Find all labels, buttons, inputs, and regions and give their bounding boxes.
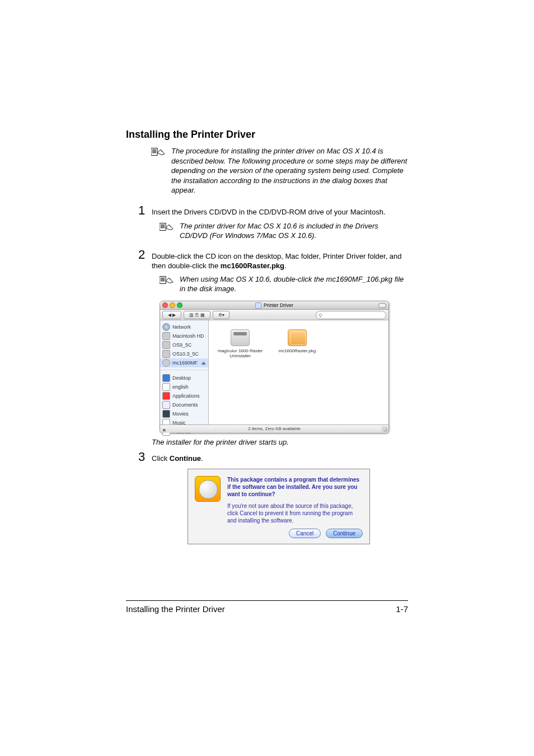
step-number: 3	[138, 450, 152, 464]
divider	[160, 370, 208, 374]
sidebar-item: english	[160, 382, 208, 391]
file-label: magicolor 1600 Raster	[218, 348, 263, 353]
svg-line-17	[169, 278, 171, 280]
dialog-title: This package contains a program that det…	[227, 476, 363, 498]
step-1: 1 Insert the Drivers CD/DVD in the CD/DV…	[138, 203, 408, 218]
step-text: Insert the Drivers CD/DVD in the CD/DVD-…	[152, 203, 386, 217]
svg-line-5	[161, 150, 163, 152]
sidebar-item: Desktop	[160, 374, 208, 382]
finder-content: magicolor 1600 Raster Uninstaller mc1600…	[209, 320, 388, 424]
status-text: 2 items, Zero KB available	[248, 426, 300, 431]
action-menu: ⚙▾	[213, 311, 229, 319]
applications-icon	[162, 392, 170, 400]
caption: The installer for the printer driver sta…	[152, 438, 408, 446]
file-label: mc1600Raster.pkg	[278, 348, 316, 353]
step-number: 1	[138, 203, 152, 218]
sidebar-item: Documents	[160, 400, 208, 409]
file-item: magicolor 1600 Raster Uninstaller	[218, 329, 263, 416]
disk-icon	[162, 350, 170, 358]
note-icon	[160, 276, 174, 287]
sidebar-item: Applications	[160, 391, 208, 400]
disc-icon	[162, 359, 170, 367]
package-name: mc1600Raster.pkg	[221, 262, 284, 270]
text: Click	[152, 454, 170, 463]
dialog-body: If you're not sure about the source of t…	[227, 502, 363, 524]
search-field: Q	[316, 311, 386, 319]
sidebar-item: Network	[160, 323, 208, 332]
zoom-icon	[177, 302, 182, 308]
finder-sidebar: Network Macintosh HD OS9_5C OS10.3_5C mc…	[160, 320, 209, 424]
note-text: When using Mac OS X 10.6, double-click t…	[180, 274, 408, 294]
section-heading: Installing the Printer Driver	[126, 129, 408, 141]
step-2: 2 Double-click the CD icon on the deskto…	[138, 248, 408, 271]
status-bar: ✖ 2 items, Zero KB available	[160, 424, 388, 433]
note-text: The printer driver for Mac OS X 10.6 is …	[180, 221, 408, 241]
button-reference: Continue	[170, 454, 201, 463]
note-block: The printer driver for Mac OS X 10.6 is …	[160, 221, 408, 241]
note-text: The procedure for installing the printer…	[171, 146, 408, 195]
note-icon	[151, 147, 166, 158]
disk-icon	[162, 341, 170, 349]
sidebar-item-selected: mc1690MF⏏	[160, 358, 208, 367]
minimize-icon	[170, 302, 175, 308]
sidebar-item: OS10.3_5C	[160, 349, 208, 358]
uninstaller-icon	[231, 329, 250, 346]
note-icon	[160, 222, 174, 234]
installer-dialog-figure: This package contains a program that det…	[188, 469, 370, 544]
movies-icon	[162, 410, 170, 418]
cancel-button: Cancel	[289, 529, 321, 538]
finder-window-figure: Printer Driver ◀ ▶ ▥ ☰ ▦ ⚙▾ Q Network Ma…	[160, 301, 389, 433]
desktop-icon	[162, 374, 170, 382]
file-label: Uninstaller	[218, 353, 263, 358]
continue-button: Continue	[326, 529, 363, 538]
sidebar-item: Movies	[160, 409, 208, 418]
installer-package-icon	[195, 476, 221, 502]
disk-icon	[162, 332, 170, 340]
note-block: When using Mac OS X 10.6, double-click t…	[160, 274, 408, 294]
page-number: 1-7	[396, 604, 408, 614]
page-footer: Installing the Printer Driver 1-7	[126, 604, 408, 614]
status-left-icon: ✖	[162, 427, 166, 435]
footer-section-title: Installing the Printer Driver	[126, 604, 225, 614]
toolbar-toggle-icon	[378, 303, 386, 308]
close-icon	[162, 302, 168, 308]
resize-grip-icon	[382, 426, 387, 432]
text: .	[284, 262, 287, 270]
svg-line-11	[169, 225, 171, 227]
finder-toolbar: ◀ ▶ ▥ ☰ ▦ ⚙▾ Q	[160, 310, 388, 320]
package-icon	[288, 329, 307, 346]
footer-rule	[126, 600, 408, 601]
step-text: Double-click the CD icon on the desktop,…	[152, 248, 408, 271]
sidebar-item: OS9_5C	[160, 340, 208, 349]
text: .	[201, 454, 203, 463]
view-switcher: ▥ ☰ ▦	[184, 311, 210, 319]
globe-icon	[162, 323, 170, 331]
note-block: The procedure for installing the printer…	[151, 146, 408, 195]
nav-back-forward: ◀ ▶	[162, 311, 181, 319]
eject-icon: ⏏	[202, 361, 206, 366]
file-item: mc1600Raster.pkg	[278, 329, 316, 416]
step-text: Click Continue.	[152, 450, 203, 464]
sidebar-item: Macintosh HD	[160, 332, 208, 340]
window-titlebar: Printer Driver	[160, 301, 388, 310]
step-3: 3 Click Continue.	[138, 450, 408, 464]
documents-icon	[162, 401, 170, 409]
home-icon	[162, 383, 170, 391]
step-number: 2	[138, 248, 152, 262]
window-title: Printer Driver	[255, 302, 293, 308]
